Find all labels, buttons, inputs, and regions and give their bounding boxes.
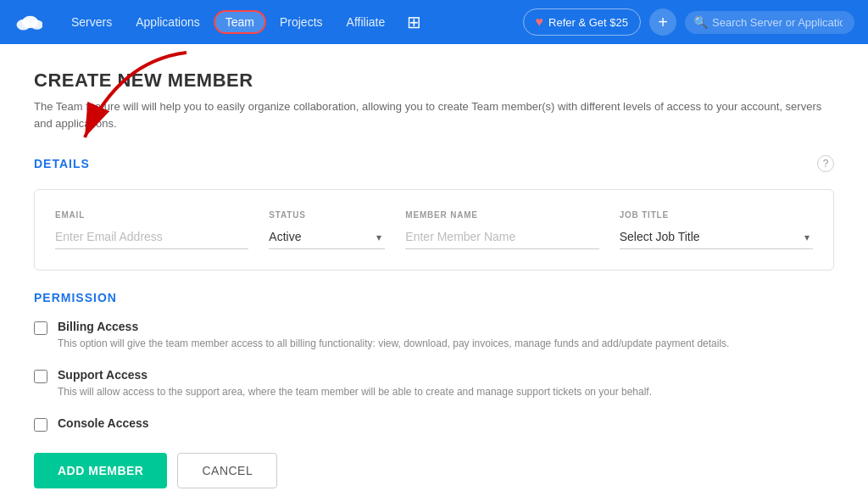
email-group: EMAIL — [55, 210, 248, 249]
member-name-input[interactable] — [405, 225, 598, 249]
nav-team[interactable]: Team — [214, 10, 266, 34]
help-icon[interactable]: ? — [817, 155, 834, 172]
search-wrapper: 🔍 — [685, 11, 854, 34]
refer-button[interactable]: ♥ Refer & Get $25 — [523, 8, 641, 36]
navbar: Servers Applications Team Projects Affil… — [0, 0, 868, 44]
job-title-select[interactable]: Select Job Title Developer Designer Mana… — [620, 225, 813, 249]
billing-access-desc: This option will give the team member ac… — [58, 336, 729, 351]
status-label: STATUS — [269, 210, 385, 220]
billing-access-text: Billing Access This option will give the… — [58, 320, 729, 351]
job-title-group: JOB TITLE Select Job Title Developer Des… — [620, 210, 813, 249]
support-access-desc: This will allow access to the support ar… — [58, 384, 652, 399]
nav-links: Servers Applications Team Projects Affil… — [61, 7, 523, 37]
nav-applications[interactable]: Applications — [125, 10, 210, 34]
support-access-label: Support Access — [58, 368, 652, 382]
details-title: DETAILS — [34, 157, 90, 170]
email-label: EMAIL — [55, 210, 248, 220]
billing-access-item: Billing Access This option will give the… — [34, 320, 834, 351]
button-row: ADD MEMBER CANCEL — [34, 453, 834, 488]
page-subtitle: The Team feature will will help you to e… — [34, 98, 834, 131]
console-access-checkbox[interactable] — [34, 418, 47, 432]
navbar-right: ♥ Refer & Get $25 + 🔍 — [523, 8, 854, 36]
support-access-item: Support Access This will allow access to… — [34, 368, 834, 399]
console-access-text: Console Access — [58, 416, 149, 432]
permission-section: PERMISSION Billing Access This option wi… — [34, 291, 834, 432]
job-title-label: JOB TITLE — [620, 210, 813, 220]
add-button[interactable]: + — [649, 8, 676, 36]
status-group: STATUS Active Inactive ▾ — [269, 210, 385, 249]
add-member-button[interactable]: ADD MEMBER — [34, 453, 167, 488]
search-input[interactable] — [685, 11, 854, 34]
page-title: CREATE NEW MEMBER — [34, 70, 834, 92]
refer-label: Refer & Get $25 — [548, 16, 628, 29]
support-access-checkbox[interactable] — [34, 370, 47, 383]
billing-access-label: Billing Access — [58, 320, 729, 333]
logo[interactable] — [14, 7, 44, 37]
main-content: CREATE NEW MEMBER The Team feature will … — [0, 44, 868, 502]
nav-servers[interactable]: Servers — [61, 10, 122, 34]
nav-affiliate[interactable]: Affiliate — [337, 10, 396, 34]
status-select-wrapper: Active Inactive ▾ — [269, 225, 385, 249]
billing-access-checkbox[interactable] — [34, 321, 47, 335]
search-icon: 🔍 — [693, 15, 708, 29]
console-access-item: Console Access — [34, 416, 834, 432]
nav-projects[interactable]: Projects — [270, 10, 333, 34]
details-card: EMAIL STATUS Active Inactive ▾ MEMBER NA… — [34, 189, 834, 271]
heart-icon: ♥ — [536, 14, 544, 30]
cancel-button[interactable]: CANCEL — [177, 453, 277, 488]
permission-title: PERMISSION — [34, 291, 834, 304]
job-title-select-wrapper: Select Job Title Developer Designer Mana… — [620, 225, 813, 249]
form-row: EMAIL STATUS Active Inactive ▾ MEMBER NA… — [55, 210, 813, 249]
console-access-label: Console Access — [58, 416, 149, 430]
support-access-text: Support Access This will allow access to… — [58, 368, 652, 399]
status-select[interactable]: Active Inactive — [269, 225, 385, 249]
grid-icon[interactable]: ⊞ — [398, 7, 430, 37]
member-name-label: MEMBER NAME — [405, 210, 598, 220]
details-section-header: DETAILS ? — [34, 155, 834, 172]
email-input[interactable] — [55, 225, 248, 249]
member-name-group: MEMBER NAME — [405, 210, 598, 249]
